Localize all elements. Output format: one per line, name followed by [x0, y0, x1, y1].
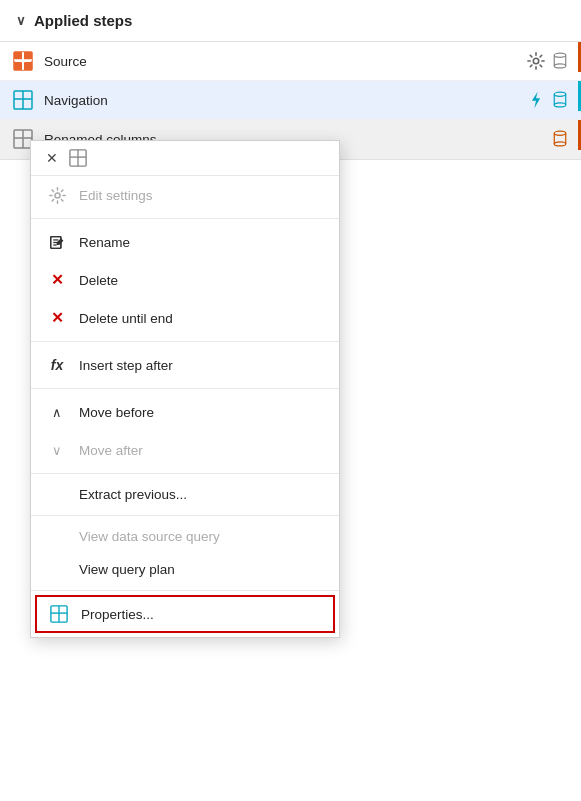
applied-steps-panel: ∨ Applied steps Source — [0, 0, 581, 801]
divider-1 — [31, 218, 339, 219]
menu-rename-label: Rename — [79, 235, 130, 250]
svg-point-26 — [554, 142, 565, 146]
step-source-actions — [527, 52, 569, 70]
menu-edit-settings-label: Edit settings — [79, 188, 153, 203]
menu-view-data-source-query-label: View data source query — [79, 529, 220, 544]
svg-point-7 — [533, 58, 538, 63]
step-navigation-label: Navigation — [44, 93, 527, 108]
menu-item-delete-until-end[interactable]: ✕ Delete until end — [31, 299, 339, 337]
menu-item-insert-step-after[interactable]: fx Insert step after — [31, 346, 339, 384]
menu-move-before-label: Move before — [79, 405, 154, 420]
divider-3 — [31, 388, 339, 389]
menu-item-move-after[interactable]: ∨ Move after — [31, 431, 339, 469]
menu-properties-label: Properties... — [81, 607, 154, 622]
svg-point-30 — [54, 192, 59, 197]
grid-orange-icon — [13, 51, 33, 71]
step-source-icon — [12, 50, 34, 72]
menu-move-after-label: Move after — [79, 443, 143, 458]
svg-rect-0 — [14, 52, 22, 60]
svg-rect-2 — [14, 62, 22, 70]
close-button[interactable]: ✕ — [41, 147, 63, 169]
delete-x-icon: ✕ — [51, 271, 64, 289]
applied-steps-header: ∨ Applied steps — [0, 0, 581, 42]
divider-6 — [31, 590, 339, 591]
menu-item-view-query-plan[interactable]: View query plan — [31, 553, 339, 586]
svg-point-16 — [554, 92, 565, 96]
delete-icon: ✕ — [47, 270, 67, 290]
menu-delete-until-end-label: Delete until end — [79, 311, 173, 326]
cylinder-icon — [551, 52, 569, 70]
menu-item-extract-previous[interactable]: Extract previous... — [31, 478, 339, 511]
divider-4 — [31, 473, 339, 474]
menu-delete-label: Delete — [79, 273, 118, 288]
divider-2 — [31, 341, 339, 342]
lightning-teal-icon — [527, 91, 545, 109]
menu-item-properties[interactable]: Properties... — [35, 595, 335, 633]
context-menu: ✕ Edit settings — [30, 140, 340, 638]
svg-point-23 — [554, 131, 565, 135]
rename-svg-icon — [49, 234, 66, 251]
menu-item-edit-settings[interactable]: Edit settings — [31, 176, 339, 214]
menu-item-rename[interactable]: Rename — [31, 223, 339, 261]
fx-icon: fx — [47, 355, 67, 375]
menu-item-view-data-source-query[interactable]: View data source query — [31, 520, 339, 553]
panel-title: Applied steps — [34, 12, 132, 29]
properties-grid-svg — [50, 605, 68, 623]
divider-5 — [31, 515, 339, 516]
svg-point-11 — [554, 64, 565, 68]
gear-menu-icon — [49, 187, 66, 204]
step-renamed-columns-actions — [551, 130, 569, 148]
properties-grid-icon — [49, 604, 69, 624]
menu-view-query-plan-label: View query plan — [79, 562, 175, 577]
edit-settings-icon — [47, 185, 67, 205]
menu-insert-step-label: Insert step after — [79, 358, 173, 373]
menu-item-delete[interactable]: ✕ Delete — [31, 261, 339, 299]
context-header-icon — [69, 149, 87, 167]
menu-extract-previous-label: Extract previous... — [79, 487, 187, 502]
svg-marker-15 — [532, 92, 540, 108]
delete-until-end-icon: ✕ — [47, 308, 67, 328]
chevron-icon: ∨ — [16, 13, 26, 28]
chevron-up-icon: ∧ — [47, 402, 67, 422]
svg-rect-3 — [24, 62, 32, 70]
svg-point-8 — [554, 53, 565, 57]
grid-teal-icon — [13, 90, 33, 110]
step-source-label: Source — [44, 54, 527, 69]
cylinder-orange-icon — [551, 130, 569, 148]
context-menu-close-row: ✕ — [31, 141, 339, 176]
menu-item-move-before[interactable]: ∧ Move before — [31, 393, 339, 431]
step-navigation[interactable]: Navigation — [0, 81, 581, 120]
step-source[interactable]: Source — [0, 42, 581, 81]
rename-icon — [47, 232, 67, 252]
svg-point-19 — [554, 103, 565, 107]
svg-rect-1 — [24, 52, 32, 60]
delete-until-end-x-icon: ✕ — [51, 309, 64, 327]
gear-icon[interactable] — [527, 52, 545, 70]
chevron-down-icon: ∨ — [47, 440, 67, 460]
fx-text-icon: fx — [51, 357, 63, 373]
step-navigation-icon — [12, 89, 34, 111]
step-navigation-actions — [527, 91, 569, 109]
cylinder-teal-icon — [551, 91, 569, 109]
